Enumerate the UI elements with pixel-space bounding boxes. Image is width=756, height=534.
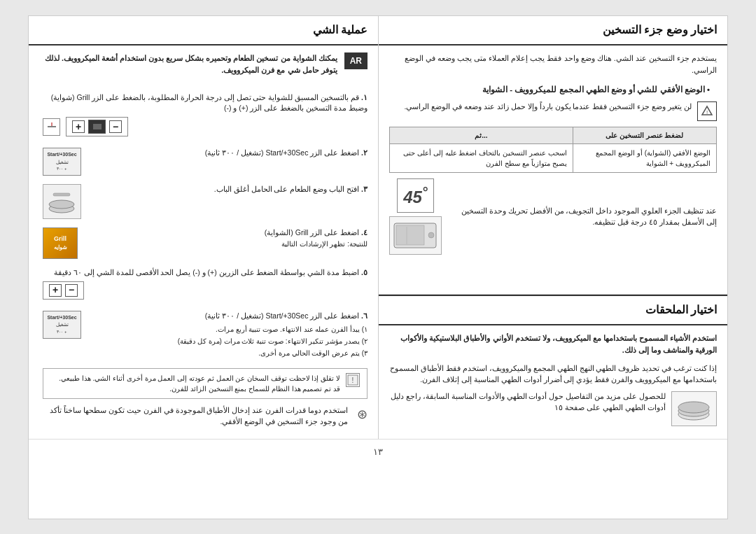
step-4: ٤. اضغط على الزر Grill (الشواية) للنتيجة… [43, 227, 368, 259]
heating-note-bottom: عند تنظيف الجزء العلوي الموجود داخل التج… [452, 205, 717, 229]
step-2-content: اضغط على الزر Start/+30Sec (تشغيل / ٣٠٠ … [205, 148, 359, 157]
time-control-buttons: − + [43, 281, 84, 300]
table-header-right: لضغط عنصر التسخين على [573, 127, 716, 143]
accessories-diagram [671, 391, 717, 426]
heating-bottom-note: عند تنظيف الجزء العلوي الموجود داخل التج… [461, 206, 717, 227]
plus-button[interactable]: + [72, 120, 85, 133]
svg-text:!: ! [706, 109, 708, 115]
step-5-controls: − + [43, 281, 368, 300]
step-3: ٣. افتح الباب وضع الطعام على الحامل أغلق… [43, 184, 368, 219]
ar-language-badge: AR [344, 52, 368, 69]
substep-2: ٢) يصدر مؤشر تنكير الانتهاء: صوت تنبة ثل… [88, 336, 368, 347]
step-2-number: ٢. [361, 148, 368, 157]
left-column: عملية الشي AR يمكنك الشواية من تسخين الط… [29, 16, 378, 440]
heating-note-box: ! لن يتغير وضع جزء التسخين فقط عندما يكو… [389, 101, 717, 121]
plus-button-2[interactable]: + [49, 284, 62, 297]
accessories-title: اختيار الملحقات [379, 296, 727, 325]
step-3-text: ٣. افتح الباب وضع الطعام على الحامل أغلق… [88, 184, 368, 195]
temp-control-buttons: − + [66, 117, 128, 136]
accessories-note-text: للحصول على مزيد من التفاصيل حول أدوات ال… [389, 391, 666, 414]
svg-point-7 [678, 402, 709, 413]
step-4-content: اضغط على الزر Grill (الشواية) [265, 228, 359, 237]
heating-bullet: الوضع الأفقي للشي أو وضع الطهي المجمع لل… [389, 84, 717, 96]
substep-1: ١) يبدأ الفرن عمله عند الانتهاء. صوت تنب… [88, 324, 368, 335]
step-4-note: للنتيجة: تظهر الإرشادات التالية [281, 240, 368, 248]
step-5-text: ٥. اضبط مدة الشي بواسطة الضغط على الزرين… [43, 267, 368, 302]
accessories-body-text: إذا كنت ترغب في تحديد ظروف الطهي النهج ا… [389, 363, 717, 386]
step-3-content: افتح الباب وضع الطعام على الحامل أغلق ال… [214, 185, 359, 193]
svg-text:!: ! [352, 377, 354, 384]
step-5: ٥. اضبط مدة الشي بواسطة الضغط على الزرين… [43, 267, 368, 302]
step-3-number: ٣. [361, 185, 368, 193]
step-1-text: ١. قم بالتسخين المسبق للشواية حتى تصل إل… [43, 92, 368, 140]
left-content-area: AR يمكنك الشواية من تسخين الطعام وتحميره… [29, 45, 378, 440]
note-bullet-icon: ⊛ [354, 405, 368, 425]
start-button-step2[interactable]: Start/+30Sec تشغيل + ٣٠٠ [43, 148, 81, 176]
svg-rect-2 [396, 225, 424, 245]
accessories-content: استخدم الأشياء المسموح باستخدامها مع الم… [379, 325, 727, 440]
step-4-number: ٤. [361, 228, 368, 237]
minus-button[interactable]: − [109, 120, 122, 133]
microwave-side-diagram [389, 216, 442, 255]
right-column: اختيار وضع جزء التسخين يستخدم جزء التسخي… [378, 16, 727, 440]
page-number: ١٣ [29, 439, 727, 518]
accessories-intro-text: استخدم الأشياء المسموح باستخدامها مع الم… [389, 332, 717, 357]
step-1-controls: − + [43, 117, 368, 136]
start-button-step6[interactable]: Start/+30Sec تشغيل + ٣٠٠ [43, 311, 81, 339]
bottom-note-text: استخدم دوما قدرات الفرن عند إدخال الأطبا… [43, 405, 348, 428]
step-1-content: قم بالتسخين المسبق للشواية حتى تصل إلى د… [51, 93, 368, 113]
heating-modes-table: لضغط عنصر التسخين على ...ثم الوضع الأفقي… [389, 127, 717, 173]
main-page: اختيار وضع جزء التسخين يستخدم جزء التسخي… [28, 15, 728, 519]
accessories-note-box: للحصول على مزيد من التفاصيل حول أدوات ال… [389, 391, 717, 426]
grill-mini-icon [43, 118, 60, 136]
table-cell-mode: الوضع الأفقي (الشواية) أو الوضع المجمع ا… [573, 143, 716, 172]
svg-rect-12 [53, 193, 70, 196]
bottom-note: ⊛ استخدم دوما قدرات الفرن عند إدخال الأط… [43, 405, 368, 428]
right-bottom-section: اختيار الملحقات استخدم الأشياء المسموح ب… [379, 295, 727, 440]
substep-3: ٣) يتم عرض الوقت الحالي مرة أخرى. [88, 348, 368, 359]
step-6-content: اضغط على الزر Start/+30Sec (تشغيل / ٣٠٠ … [205, 311, 359, 320]
table-row: الوضع الأفقي (الشواية) أو الوضع المجمع ا… [390, 143, 717, 172]
right-top-content: يستخدم جزء التسخين عند الشي. هناك وضع وا… [379, 45, 727, 295]
step-4-text: ٤. اضغط على الزر Grill (الشواية) للنتيجة… [85, 227, 368, 250]
top-section-title-text: اختيار وضع جزء التسخين [603, 24, 717, 36]
table-header-left: ...ثم [390, 127, 573, 143]
step-1-number: ١. [361, 93, 368, 101]
right-top-title: اختيار وضع جزء التسخين [379, 16, 727, 45]
step-6-text: ٦. اضغط على الزر Start/+30Sec (تشغيل / ٣… [88, 311, 368, 360]
left-section-title: عملية الشي [29, 16, 378, 45]
table-mode-text: الوضع الأفقي (الشواية) أو الوضع المجمع ا… [596, 149, 710, 167]
grill-intro-text: يمكنك الشواية من تسخين الطعام وتحميره بش… [43, 52, 337, 77]
step-2-text: ٢. اضغط على الزر Start/+30Sec (تشغيل / ٣… [88, 148, 368, 159]
angle-diagram: 45° [389, 178, 442, 255]
step-6-substeps: ١) يبدأ الفرن عمله عند الانتهاء. صوت تنب… [88, 324, 368, 359]
heating-note-text: لن يتغير وضع جزء التسخين فقط عندما يكون … [404, 101, 692, 113]
heating-intro-text: يستخدم جزء التسخين عند الشي. هناك وضع وا… [389, 52, 717, 77]
grill-button[interactable]: Grill شوايه [43, 227, 78, 259]
warning-box: ! لا تقلق إذا لاحظت توقف السخان عن العمل… [43, 368, 368, 399]
warning-icon: ! [346, 373, 360, 387]
table-cell-action: اسحب عنصر التسخين بالتحاف اضغط عليه إلى … [390, 143, 573, 172]
svg-point-3 [428, 232, 434, 238]
minus-button-2[interactable]: − [65, 284, 78, 297]
step-6: ٦. اضغط على الزر Start/+30Sec (تشغيل / ٣… [43, 311, 368, 360]
step-6-number: ٦. [361, 311, 368, 320]
display-screen [88, 120, 106, 134]
left-title-text: عملية الشي [313, 24, 368, 36]
step-5-content: اضبط مدة الشي بواسطة الضغط على الزرين (+… [54, 268, 359, 276]
heating-note-icon: ! [697, 101, 717, 121]
step-1: ١. قم بالتسخين المسبق للشواية حتى تصل إل… [43, 92, 368, 140]
angle-number-box: 45° [397, 178, 434, 213]
warning-text: لا تقلق إذا لاحظت توقف السخان عن العمل ث… [50, 373, 340, 394]
svg-point-11 [49, 200, 74, 209]
page-number-text: ١٣ [373, 447, 383, 457]
accessories-title-text: اختيار الملحقات [645, 304, 717, 316]
step-5-number: ٥. [361, 268, 368, 276]
step-2: ٢. اضغط على الزر Start/+30Sec (تشغيل / ٣… [43, 148, 368, 176]
step-3-diagram [43, 184, 81, 219]
